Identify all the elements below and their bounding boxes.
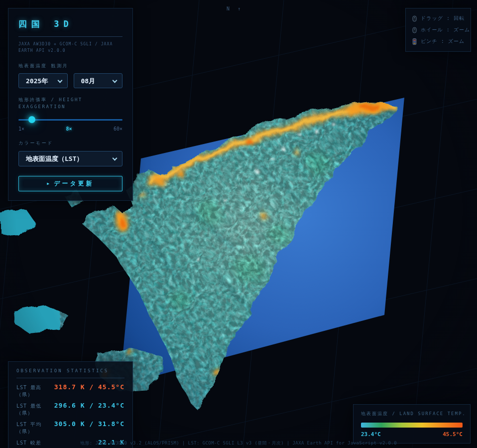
- month-select[interactable]: 08月: [74, 73, 123, 88]
- interaction-hints-panel: ドラッグ : 回転 ホイール : ズーム ピンチ : ズーム: [405, 8, 471, 52]
- slider-current-label: 8×: [66, 126, 72, 132]
- compass-north-label: N: [227, 6, 230, 11]
- legend-labels: 23.4°C 45.5°C: [361, 431, 463, 438]
- temperature-gradient-bar: [361, 423, 463, 428]
- hint-drag-rotate: ドラッグ : 回転: [412, 15, 465, 22]
- month-select-input[interactable]: 08月: [74, 74, 122, 88]
- control-panel: 四国 3D JAXA AW3D30 + GCOM-C SGLI / JAXA E…: [8, 8, 133, 201]
- update-data-button[interactable]: ▶ データ更新: [18, 176, 122, 191]
- year-select[interactable]: 2025年: [18, 73, 68, 88]
- mouse-icon: [412, 15, 417, 22]
- play-icon: ▶: [47, 181, 49, 186]
- slider-max-label: 60×: [114, 126, 122, 132]
- height-exaggeration-label: 地形誇張率 / HEIGHT EXAGGERATION: [18, 97, 122, 110]
- compass: N ↑: [227, 6, 241, 11]
- statistics-panel: OBSERVATION STATISTICS LST 最高（県） 318.7 K…: [8, 361, 133, 448]
- date-select-row: 2025年 08月: [18, 73, 122, 88]
- slider-min-label: 1×: [18, 126, 24, 132]
- stat-row-lst-mean: LST 平均（県） 305.0 K / 31.8°C: [16, 420, 124, 435]
- year-select-input[interactable]: 2025年: [19, 74, 67, 88]
- legend-title: 地表面温度 / LAND SURFACE TEMP.: [361, 411, 463, 417]
- temperature-legend-panel: 地表面温度 / LAND SURFACE TEMP. 23.4°C 45.5°C: [353, 404, 471, 444]
- legend-max-temp: 45.5°C: [443, 431, 463, 438]
- slider-scale: 1× 8× 60×: [18, 126, 122, 132]
- stat-row-lst-max: LST 最高（県） 318.7 K / 45.5°C: [16, 383, 124, 398]
- observation-month-label: 地表面温度 観測月: [18, 63, 122, 70]
- stat-row-lst-min: LST 最低（県） 296.6 K / 23.4°C: [16, 402, 124, 417]
- legend-min-temp: 23.4°C: [361, 431, 381, 438]
- divider: [18, 36, 122, 37]
- hint-wheel-zoom: ホイール : ズーム: [412, 26, 465, 33]
- mouse-icon: [412, 27, 417, 33]
- color-mode-select[interactable]: 地表面温度（LST）: [18, 151, 122, 166]
- north-arrow-icon: ↑: [238, 6, 241, 11]
- data-credits: 地形: JAXA AW3D30 v3.2 (ALOS/PRISM) | LST:…: [0, 440, 477, 447]
- color-mode-select-input[interactable]: 地表面温度（LST）: [19, 151, 122, 166]
- app-title: 四国 3D: [18, 18, 122, 30]
- phone-icon: [412, 38, 417, 45]
- divider: [16, 378, 124, 378]
- hint-pinch-zoom: ピンチ : ズーム: [412, 38, 465, 45]
- app-subtitle: JAXA AW3D30 + GCOM-C SGLI / JAXA EARTH A…: [18, 41, 122, 54]
- update-button-label: データ更新: [54, 179, 94, 188]
- exaggeration-slider[interactable]: [18, 116, 122, 123]
- color-mode-label: カラーモード: [18, 140, 122, 147]
- statistics-title: OBSERVATION STATISTICS: [16, 368, 124, 373]
- slider-handle[interactable]: [28, 116, 35, 123]
